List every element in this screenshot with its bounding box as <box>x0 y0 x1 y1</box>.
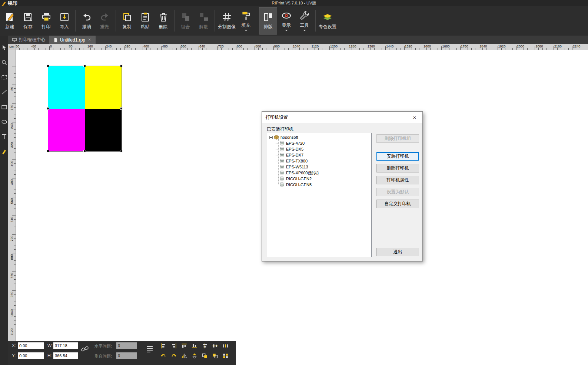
toolbar-import-button[interactable]: 导入 <box>55 7 73 34</box>
text-tool[interactable] <box>1 134 7 140</box>
toolbar-copy-button[interactable]: 复制 <box>118 7 136 34</box>
tree-collapse-icon[interactable] <box>269 136 273 139</box>
toolbar-print-button[interactable]: 打印 <box>37 7 55 34</box>
align-bottom-button[interactable] <box>190 342 199 349</box>
dialog-close-icon[interactable] <box>407 112 422 122</box>
color-tile-magenta[interactable] <box>48 109 85 151</box>
color-tile-yellow[interactable] <box>85 66 122 109</box>
custom-printer-button[interactable]: 自定义打印机 <box>376 200 419 208</box>
selection-handle[interactable] <box>83 150 86 152</box>
tree-root-item[interactable]: hosonsoft <box>267 134 371 140</box>
selection-handle[interactable] <box>47 65 49 67</box>
ellipse-tool[interactable] <box>1 119 7 125</box>
toolbar-spot-color-button[interactable]: 专色设置 <box>318 7 338 34</box>
zoom-tool-icon <box>1 59 7 66</box>
ruler-tick <box>247 48 248 50</box>
ruler-tick <box>14 231 16 231</box>
zoom-tool[interactable] <box>1 59 7 66</box>
align-center-v-button[interactable] <box>210 342 220 349</box>
toolbar-save-button[interactable]: 保存 <box>19 7 37 34</box>
printer-item[interactable]: EPS-DX5 <box>267 146 371 152</box>
rotate-right-button[interactable] <box>169 352 179 359</box>
toolbar-separator <box>215 10 215 32</box>
y-input[interactable] <box>18 352 44 359</box>
printer-item[interactable]: RICOH-GEN5 <box>267 182 371 188</box>
printer-list: EPS-4720EPS-DX5EPS-DX7EPS-TX800EPS-W5113… <box>267 140 371 188</box>
pen-tool[interactable] <box>1 148 7 155</box>
selection-handle[interactable] <box>83 65 86 67</box>
exit-button[interactable]: 退出 <box>376 248 419 256</box>
duplicate-offset-button[interactable] <box>200 352 210 359</box>
horizontal-ruler: -160-80080160240320400480560640720800880… <box>16 44 588 50</box>
toolbar-delete-button[interactable]: 删除 <box>154 7 172 34</box>
printer-item[interactable]: EPS-W5113 <box>267 164 371 170</box>
printer-item[interactable]: RICOH-GEN2 <box>267 176 371 182</box>
align-right-button[interactable] <box>169 342 179 349</box>
toolbar-tools-button[interactable]: 工具 <box>295 7 313 34</box>
delete-printer-button[interactable]: 删除打印机 <box>376 164 419 172</box>
ruler-tick <box>23 48 23 50</box>
install-printer-button[interactable]: 安装打印机 <box>376 152 419 161</box>
ruler-tick <box>14 204 16 205</box>
selection-handle[interactable] <box>120 107 123 110</box>
ruler-tick <box>229 48 229 50</box>
printer-item[interactable]: EPS-XP600(默认) <box>267 170 371 176</box>
toolbar-undo-button[interactable]: 撤消 <box>77 7 96 34</box>
ruler-tick <box>31 46 31 50</box>
distribute-button[interactable] <box>221 342 230 349</box>
printer-icon <box>279 182 285 187</box>
toolbar-split-image-button[interactable]: 分割图像 <box>217 7 237 34</box>
flip-vertical-button[interactable] <box>190 352 199 359</box>
rect-tool[interactable] <box>1 104 7 110</box>
toolbar-display-button[interactable]: 显示 <box>277 7 295 34</box>
tree-connector <box>276 185 279 185</box>
toolbar-new-button[interactable]: 新建 <box>1 7 19 34</box>
tab-close-icon[interactable] <box>87 37 92 42</box>
ruler-tick <box>509 48 509 50</box>
marquee-tool[interactable] <box>1 74 7 80</box>
rotate-left-button[interactable] <box>159 352 168 359</box>
printer-tree[interactable]: hosonsoftEPS-4720EPS-DX5EPS-DX7EPS-TX800… <box>267 133 372 257</box>
ruler-tick <box>14 73 16 74</box>
selection-handle[interactable] <box>47 150 49 152</box>
toolbar-layout-button[interactable]: 排版 <box>259 7 277 34</box>
app-logo: 锐印 <box>1 0 17 7</box>
printer-properties-button[interactable]: 打印机属性 <box>376 176 419 184</box>
h-input[interactable] <box>53 352 78 359</box>
toolbar-paste-button[interactable]: 粘贴 <box>136 7 154 34</box>
printer-item[interactable]: EPS-4720 <box>267 140 371 146</box>
align-left-button[interactable] <box>159 342 168 349</box>
select-tool[interactable] <box>1 45 7 51</box>
ruler-tick <box>116 48 117 50</box>
selected-object[interactable] <box>48 66 122 151</box>
group-icon <box>180 12 191 22</box>
list-icon[interactable] <box>145 345 154 354</box>
align-center-h-button[interactable] <box>200 342 210 349</box>
tab-print-manager[interactable]: 打印管理中心 <box>8 36 49 44</box>
ruler-tick <box>12 66 16 66</box>
ruler-tick <box>348 46 348 50</box>
line-tool[interactable] <box>1 89 7 95</box>
ruler-tick <box>14 133 16 134</box>
w-input[interactable] <box>53 342 78 349</box>
duplicate-step-button[interactable] <box>210 352 220 359</box>
tool-palette <box>0 36 8 365</box>
selection-handle[interactable] <box>120 65 123 67</box>
selection-handle[interactable] <box>120 150 123 152</box>
tab-document[interactable]: Untitled1.rpp <box>49 36 96 44</box>
link-icon[interactable] <box>81 345 89 353</box>
toolbar-fill-button[interactable]: 填充 <box>237 7 255 34</box>
tree-connector <box>276 173 279 173</box>
x-input[interactable] <box>18 342 44 349</box>
selection-handle[interactable] <box>47 107 49 110</box>
printer-item[interactable]: EPS-DX7 <box>267 152 371 158</box>
color-tile-black[interactable] <box>85 109 122 151</box>
tree-connector <box>276 179 279 179</box>
ruler-tick <box>337 48 337 50</box>
align-top-button[interactable] <box>179 342 189 349</box>
color-tile-cyan[interactable] <box>48 66 85 109</box>
toolbar-separator <box>315 10 316 32</box>
printer-item[interactable]: EPS-TX800 <box>267 158 371 164</box>
flip-horizontal-button[interactable] <box>179 352 189 359</box>
array-copy-button[interactable] <box>221 352 230 359</box>
